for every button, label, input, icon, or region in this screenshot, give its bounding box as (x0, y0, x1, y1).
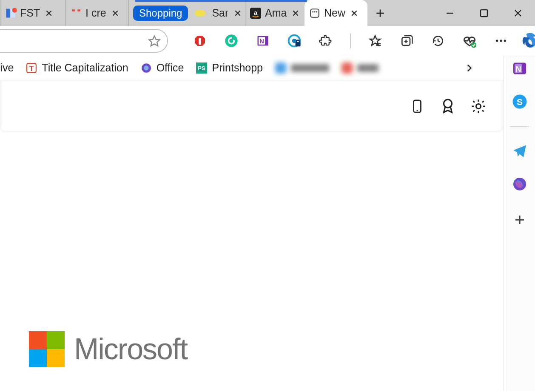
bookmark-blurred-1[interactable] (275, 62, 329, 74)
minimize-button[interactable] (433, 0, 467, 26)
bookmark-title-capitalization[interactable]: T Title Capitalization (26, 62, 128, 74)
svg-rect-28 (199, 38, 201, 45)
microsoft-logo: Microsoft (29, 331, 187, 367)
tab-fst[interactable]: FST (0, 0, 65, 26)
bookmark-label: Office (157, 62, 184, 74)
tab-label: I cre (85, 7, 106, 19)
amazon-icon: a (250, 7, 262, 19)
svg-point-29 (225, 34, 237, 47)
sidebar-skype-icon[interactable]: S (511, 93, 529, 111)
bookmark-blurred-2[interactable] (341, 62, 378, 74)
svg-point-44 (496, 40, 498, 42)
tab-close-button[interactable] (233, 8, 242, 19)
bookmark-drive[interactable]: rive (0, 62, 14, 74)
svg-point-58 (444, 99, 452, 108)
maximize-button[interactable] (467, 0, 501, 26)
svg-rect-54 (275, 62, 286, 74)
tab-close-button[interactable] (290, 8, 301, 19)
svg-rect-55 (341, 62, 353, 74)
shopping-chip[interactable]: Shopping (133, 6, 188, 21)
address-bar[interactable] (0, 29, 168, 53)
sidebar-telegram-icon[interactable] (511, 142, 529, 160)
svg-text:PS: PS (198, 65, 206, 71)
svg-point-51 (144, 65, 148, 70)
tab-loading-indicator (135, 0, 307, 2)
extensions-puzzle-icon[interactable] (319, 34, 333, 48)
svg-text:S: S (516, 97, 522, 107)
office-icon (140, 62, 152, 74)
browser-health-icon[interactable] (462, 34, 477, 48)
printshop-icon: PS (196, 62, 208, 74)
favorite-star-icon[interactable] (147, 33, 162, 48)
svg-point-17 (316, 11, 317, 12)
history-icon[interactable] (431, 34, 445, 48)
bookmarks-overflow-chevron-icon[interactable] (463, 62, 475, 74)
tab-shopping-sam[interactable]: Shopping Sam (128, 0, 245, 26)
window-controls (433, 0, 535, 26)
svg-marker-26 (149, 36, 160, 46)
more-menu-icon[interactable] (494, 34, 508, 48)
page-content: Microsoft (0, 80, 535, 392)
mobile-icon[interactable] (408, 97, 426, 115)
tab-amazon[interactable]: a Ama (245, 0, 304, 26)
svg-point-45 (500, 40, 502, 42)
generic-icon (341, 62, 353, 74)
tab-strip: FST I cre Shopping Sam a Ama (0, 0, 535, 26)
blurred-label (357, 64, 378, 72)
tab-close-button[interactable] (349, 8, 360, 19)
bookmarks-bar: rive T Title Capitalization Office PS Pr… (0, 56, 535, 80)
close-window-button[interactable] (501, 0, 535, 26)
sidebar-add-button[interactable] (511, 211, 529, 229)
svg-rect-0 (6, 9, 10, 17)
edge-sidebar: N S (504, 55, 535, 391)
bookmark-printshop[interactable]: PS Printshopp (196, 62, 263, 74)
microsoft-tiles-icon (29, 331, 65, 367)
svg-rect-23 (481, 10, 487, 17)
browser-toolbar: N (0, 26, 535, 56)
bookmark-label: rive (0, 62, 14, 74)
sidebar-m365-icon[interactable] (511, 175, 529, 193)
address-input[interactable] (0, 30, 147, 52)
bookmark-label: Printshopp (212, 62, 263, 74)
generic-icon (275, 62, 287, 74)
svg-rect-36 (296, 40, 299, 43)
blurred-label (291, 64, 329, 72)
copilot-icon[interactable] (520, 30, 535, 52)
tab-label: Ama (265, 7, 287, 19)
tab-label: FST (20, 7, 40, 19)
bookmark-label: Title Capitalization (42, 62, 128, 74)
new-tab-button[interactable] (367, 0, 393, 26)
grammarly-icon[interactable] (224, 34, 239, 48)
bookmark-office[interactable]: Office (140, 62, 184, 74)
rewards-icon[interactable] (439, 97, 457, 115)
title-cap-icon: T (26, 62, 37, 74)
settings-gear-icon[interactable] (470, 97, 487, 115)
svg-point-16 (314, 11, 315, 12)
svg-point-46 (504, 40, 506, 42)
ntp-favicon (309, 7, 321, 19)
svg-point-59 (476, 104, 481, 108)
svg-text:N: N (259, 37, 264, 45)
svg-text:a: a (254, 9, 258, 16)
tab-label: Sam (212, 7, 228, 19)
onenote-clipper-icon[interactable]: N (256, 34, 270, 48)
svg-point-15 (312, 11, 313, 12)
svg-point-7 (194, 10, 205, 17)
toolbar-divider (350, 33, 351, 48)
tab-icre[interactable]: I cre (65, 0, 128, 26)
edge-secure-icon[interactable] (287, 34, 302, 48)
sidebar-divider (510, 126, 529, 127)
adblock-icon[interactable] (193, 34, 207, 48)
collections-icon[interactable] (399, 34, 414, 48)
ntp-action-panel (0, 80, 503, 131)
extension-icons: N (193, 33, 508, 48)
svg-text:N: N (515, 65, 521, 74)
tab-favicon (194, 7, 206, 19)
microsoft-wordmark: Microsoft (74, 332, 187, 366)
sidebar-onenote-icon[interactable]: N (511, 60, 529, 77)
svg-text:T: T (29, 64, 34, 72)
tab-new-active[interactable]: New (304, 0, 367, 26)
favorites-icon[interactable] (368, 34, 382, 48)
tab-close-button[interactable] (110, 8, 121, 19)
tab-close-button[interactable] (43, 8, 54, 19)
